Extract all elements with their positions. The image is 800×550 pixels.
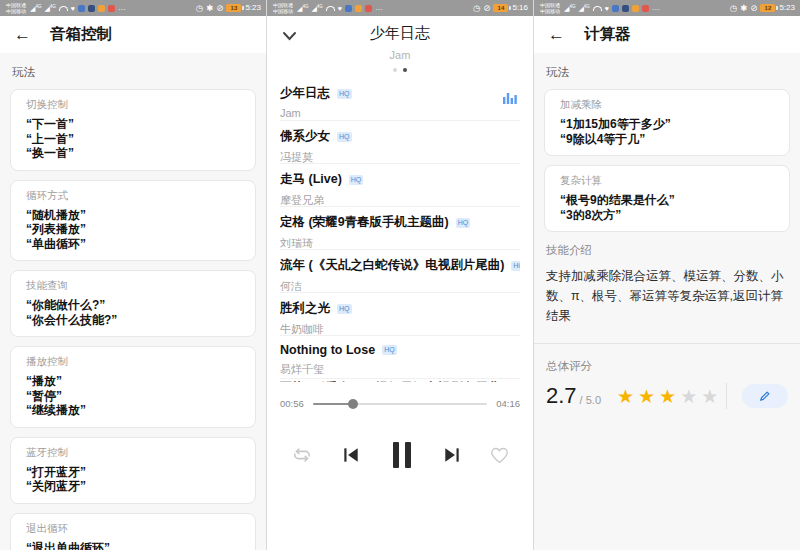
- section-label: 玩法: [546, 65, 790, 80]
- command-card: 退出循环 “退出单曲循环” “退出列表循环”: [10, 513, 256, 550]
- song-row[interactable]: 流年 (《天乩之白蛇传说》电视剧片尾曲) HQ 何洁: [280, 250, 520, 293]
- song-row[interactable]: 走马 (Live) HQ 摩登兄弟: [280, 164, 520, 207]
- favorite-heart-icon[interactable]: [490, 447, 509, 464]
- quality-badge: HQ: [456, 218, 471, 228]
- clock-time: 5:23: [779, 4, 795, 12]
- app-bar: ← 计算器: [534, 16, 800, 53]
- progress-slider[interactable]: [313, 403, 487, 405]
- notification-app-icon: [622, 5, 629, 12]
- panel-calculator: 中国联通中国移动 ◢4G ◢4G ♥ … ◷ ✱ ⊘ 12 5:23 ← 计算器…: [534, 0, 800, 550]
- quality-badge: HQ: [349, 175, 364, 185]
- song-title: 定格 (荣耀9青春版手机主题曲): [280, 214, 449, 231]
- status-bar: 中国联通中国移动 ◢4G ◢4G ♥ … ◷ ✱ ⊘ 13 5:23: [0, 0, 266, 16]
- panel-speaker-control: 中国联通中国移动 ◢4G ◢4G ♥ … ◷ ✱ ⊘ 13 5:23 ← 音箱控…: [0, 0, 266, 550]
- voice-command: “9除以4等于几”: [560, 132, 774, 147]
- song-list: 少年日志 HQ Jam 佛系少女 HQ 冯: [267, 78, 533, 385]
- notification-app-icon: [642, 5, 649, 12]
- app-bar: ← 音箱控制: [0, 16, 266, 53]
- notification-app-icon: [632, 5, 639, 12]
- voice-command: “你会什么技能?”: [26, 313, 240, 328]
- voice-command: “列表播放”: [26, 222, 240, 237]
- panel-music-player: 中国联通中国移动 ◢4G ◢4G ♥ … ◷ ⊘ 14 5:16 少年日志 Ja…: [266, 0, 534, 550]
- page-dot-active: [403, 68, 407, 72]
- song-artist: 冯提莫: [280, 150, 520, 164]
- voice-command: “暂停”: [26, 389, 240, 404]
- vertical-divider: [726, 383, 727, 409]
- playing-indicator-icon: [503, 90, 517, 108]
- card-title: 播放控制: [26, 355, 240, 369]
- song-artist: 摩登兄弟: [280, 193, 520, 207]
- card-title: 复杂计算: [560, 174, 774, 188]
- rating-stars: ★★★★★: [617, 385, 722, 408]
- section-divider: [534, 343, 800, 344]
- song-row[interactable]: 胜利之光 HQ 牛奶咖啡: [280, 293, 520, 336]
- song-row[interactable]: Nothing to Lose HQ 易烊千玺: [280, 336, 520, 379]
- back-button[interactable]: ←: [548, 25, 565, 45]
- voice-command: “退出单曲循环”: [26, 541, 240, 550]
- voice-command: “你能做什么?”: [26, 298, 240, 313]
- rating-label: 总体评分: [546, 359, 788, 374]
- skill-intro-text: 支持加减乘除混合运算、模运算、分数、小数、π、根号、幂运算等复杂运算,返回计算结…: [546, 266, 788, 326]
- player-header: 少年日志 Jam: [267, 16, 533, 78]
- progress-thumb[interactable]: [348, 399, 358, 409]
- more-notifications-icon: …: [652, 4, 661, 12]
- now-playing-artist: Jam: [267, 49, 533, 61]
- battery-icon: 12: [760, 4, 775, 12]
- notification-app-icon: [355, 5, 362, 12]
- voice-command: “3的8次方”: [560, 208, 774, 223]
- voice-command: “上一首”: [26, 132, 240, 147]
- song-artist: 易烊千玺: [280, 362, 520, 377]
- back-button[interactable]: ←: [14, 25, 31, 45]
- song-row[interactable]: 定格 (荣耀9青春版手机主题曲) HQ 刘瑞琦: [280, 207, 520, 250]
- pen-icon: [759, 390, 771, 402]
- voice-command: “随机播放”: [26, 208, 240, 223]
- card-title: 加减乘除: [560, 98, 774, 112]
- signal-icon: ◢4G: [297, 5, 308, 12]
- wifi-icon: [326, 6, 335, 11]
- more-notifications-icon: …: [118, 4, 127, 12]
- voice-command: “换一首”: [26, 146, 240, 161]
- skill-intro-label: 技能介绍: [546, 243, 788, 258]
- star-icon: ★: [617, 386, 638, 407]
- battery-icon: 14: [493, 4, 508, 12]
- wifi-icon: [59, 6, 68, 11]
- previous-track-button[interactable]: [341, 445, 361, 465]
- mute-icon: ⊘: [750, 4, 757, 13]
- progress-fill: [313, 403, 353, 405]
- notification-app-icon: [88, 5, 95, 12]
- chevron-down-icon[interactable]: [282, 27, 297, 45]
- song-artist: 刘瑞琦: [280, 236, 520, 250]
- status-bar: 中国联通中国移动 ◢4G ◢4G ♥ … ◷ ⊘ 14 5:16: [267, 0, 533, 16]
- song-title: 少年日志: [280, 85, 330, 102]
- song-title: Nothing to Lose: [280, 343, 375, 357]
- notification-app-icon: [78, 5, 85, 12]
- voice-command: “继续播放”: [26, 403, 240, 418]
- signal-icon: ◢4G: [44, 5, 55, 12]
- command-card: 播放控制 “播放” “暂停” “继续播放”: [10, 346, 256, 428]
- carrier-label: 中国联通中国移动: [540, 2, 560, 13]
- song-title: 佛系少女: [280, 128, 330, 145]
- signal-icon: ◢4G: [311, 5, 322, 12]
- notification-app-icon: [108, 5, 115, 12]
- write-review-button[interactable]: [742, 384, 788, 408]
- song-row[interactable]: 佛系少女 HQ 冯提莫: [280, 121, 520, 164]
- song-row[interactable]: 少年日志 HQ Jam: [280, 78, 520, 121]
- bluetooth-icon: ✱: [740, 4, 747, 13]
- next-track-button[interactable]: [442, 445, 462, 465]
- pause-button[interactable]: [389, 441, 415, 469]
- voice-command: “关闭蓝牙”: [26, 479, 240, 494]
- bluetooth-icon: ✱: [206, 4, 213, 13]
- section-label: 玩法: [12, 65, 256, 80]
- status-bar: 中国联通中国移动 ◢4G ◢4G ♥ … ◷ ✱ ⊘ 12 5:23: [534, 0, 800, 16]
- player-bar: 00:56 04:16: [267, 382, 533, 550]
- card-title: 循环方式: [26, 189, 240, 203]
- now-playing-title: 少年日志: [267, 24, 533, 43]
- song-artist: 牛奶咖啡: [280, 322, 520, 336]
- repeat-icon[interactable]: [291, 446, 313, 464]
- command-card: 蓝牙控制 “打开蓝牙” “关闭蓝牙”: [10, 437, 256, 504]
- command-card: 加减乘除 “1加15加6等于多少” “9除以4等于几”: [544, 89, 790, 156]
- quality-badge: HQ: [337, 304, 352, 314]
- alarm-icon: ◷: [730, 4, 737, 13]
- mute-icon: ⊘: [216, 4, 223, 13]
- song-title: 走马 (Live): [280, 171, 342, 188]
